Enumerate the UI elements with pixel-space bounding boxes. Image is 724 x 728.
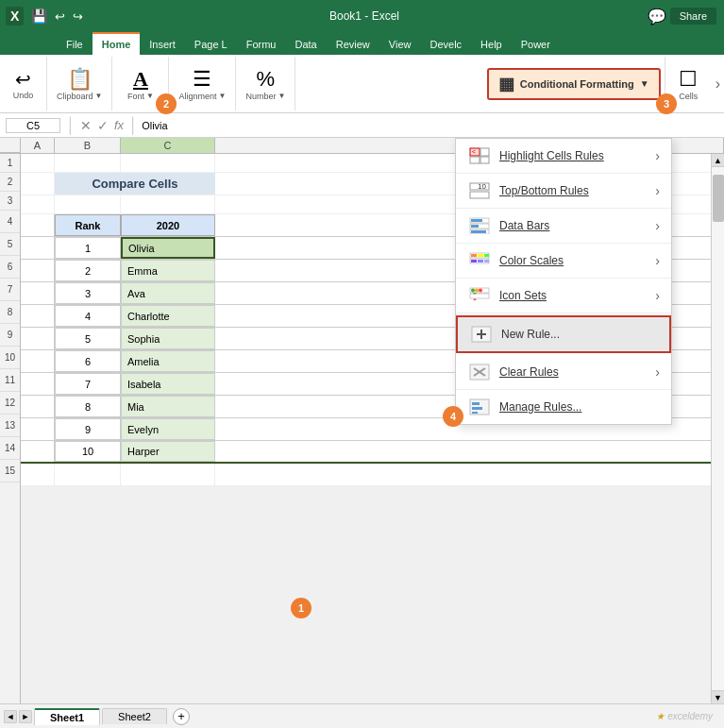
cell-rest14[interactable] [215, 441, 711, 462]
row-num-11[interactable]: 11 [0, 369, 20, 392]
tab-pagelayout[interactable]: Page L [185, 34, 237, 55]
menu-item-top-bottom[interactable]: 10 Top/Bottom Rules › [456, 174, 671, 209]
row-num-5[interactable]: 5 [0, 233, 20, 256]
row-num-8[interactable]: 8 [0, 301, 20, 324]
cell-b4-rank[interactable]: Rank [55, 214, 121, 236]
row-num-2[interactable]: 2 [0, 173, 20, 192]
scroll-down-btn[interactable]: ▼ [712, 690, 724, 703]
row-num-1[interactable]: 1 [0, 154, 20, 173]
alignment-button[interactable]: ☰ Alignment ▼ [175, 59, 229, 109]
cell-reference-box[interactable]: C5 [6, 118, 60, 133]
cell-a14[interactable] [21, 441, 55, 462]
cell-a8[interactable] [21, 305, 55, 327]
sheet-tab-sheet2[interactable]: Sheet2 [102, 708, 167, 724]
formula-fx-icon[interactable]: fx [111, 118, 126, 132]
row-num-13[interactable]: 13 [0, 415, 20, 437]
cell-b12[interactable]: 8 [55, 396, 121, 417]
tab-help[interactable]: Help [471, 34, 512, 55]
cell-b7[interactable]: 3 [55, 282, 121, 304]
scroll-thumb[interactable] [713, 175, 724, 222]
row-num-3[interactable]: 3 [0, 192, 20, 211]
tab-review[interactable]: Review [327, 34, 379, 55]
cell-a3[interactable] [21, 195, 55, 213]
row-num-14[interactable]: 14 [0, 437, 20, 460]
quick-undo[interactable]: ↩ [55, 9, 65, 24]
sheet-nav-left[interactable]: ◄ [4, 710, 17, 723]
tab-file[interactable]: File [57, 34, 93, 55]
tab-power[interactable]: Power [512, 34, 560, 55]
cell-a4[interactable] [21, 214, 55, 236]
add-sheet-btn[interactable]: + [173, 708, 190, 725]
cell-a10[interactable] [21, 350, 55, 372]
share-btn[interactable]: Share [670, 8, 716, 25]
cell-c14-harper[interactable]: Harper [121, 441, 215, 462]
cell-b15[interactable] [55, 464, 121, 485]
cell-c1[interactable] [121, 154, 215, 172]
chat-btn[interactable]: 💬 [648, 8, 666, 25]
menu-item-clear-rules[interactable]: Clear Rules › [456, 355, 671, 390]
undo-button[interactable]: ↩ Undo [9, 59, 38, 109]
row-num-10[interactable]: 10 [0, 347, 20, 369]
menu-item-new-rule[interactable]: New Rule... [456, 315, 671, 353]
cell-c11-isabela[interactable]: Isabela [121, 373, 215, 395]
cell-b13[interactable]: 9 [55, 418, 121, 440]
sheet-tab-sheet1[interactable]: Sheet1 [34, 708, 100, 725]
formula-input[interactable] [140, 118, 718, 133]
cell-b14[interactable]: 10 [55, 441, 121, 462]
quick-save[interactable]: 💾 [31, 8, 47, 24]
row-num-15[interactable]: 15 [0, 460, 20, 483]
cell-rest15[interactable] [215, 464, 711, 485]
cell-a5[interactable] [21, 237, 55, 259]
cell-b11[interactable]: 7 [55, 373, 121, 395]
row-num-7[interactable]: 7 [0, 279, 20, 301]
menu-item-color-scales[interactable]: Color Scales › [456, 244, 671, 279]
font-button[interactable]: A Font ▼ [124, 59, 158, 109]
cell-b5[interactable]: 1 [55, 237, 121, 259]
row-num-6[interactable]: 6 [0, 256, 20, 279]
scroll-up-btn[interactable]: ▲ [712, 154, 724, 167]
cell-a12[interactable] [21, 396, 55, 417]
clipboard-button[interactable]: 📋 Clipboard ▼ [53, 59, 106, 109]
cell-a11[interactable] [21, 373, 55, 395]
cell-c4-2020[interactable]: 2020 [121, 214, 215, 236]
vertical-scrollbar[interactable]: ▲ ▼ [711, 154, 724, 703]
cell-b10[interactable]: 6 [55, 350, 121, 372]
cell-c10-amelia[interactable]: Amelia [121, 350, 215, 372]
row-num-12[interactable]: 12 [0, 392, 20, 415]
sheet-nav-right[interactable]: ► [19, 710, 32, 723]
cell-c9-sophia[interactable]: Sophia [121, 328, 215, 349]
cell-c5-olivia[interactable]: Olivia [121, 237, 215, 259]
cell-c7-ava[interactable]: Ava [121, 282, 215, 304]
cell-a2[interactable] [21, 173, 55, 195]
row-num-9[interactable]: 9 [0, 324, 20, 347]
menu-item-highlight-cells[interactable]: < Highlight Cells Rules › [456, 139, 671, 174]
cell-b2[interactable]: Compare Cells [55, 173, 215, 195]
cell-a6[interactable] [21, 260, 55, 281]
formula-cancel-icon[interactable]: ✕ [77, 118, 94, 133]
cell-c12-mia[interactable]: Mia [121, 396, 215, 417]
cell-b3[interactable] [55, 195, 121, 213]
number-button[interactable]: % Number ▼ [242, 59, 289, 109]
menu-item-manage-rules[interactable]: Manage Rules... [456, 390, 671, 424]
menu-item-data-bars[interactable]: Data Bars › [456, 209, 671, 244]
conditional-formatting-button[interactable]: ▦ Conditional Formatting ▼ [487, 68, 661, 100]
cell-c3[interactable] [121, 195, 215, 213]
ribbon-more-btn[interactable]: › [712, 57, 724, 110]
tab-data[interactable]: Data [285, 34, 326, 55]
cell-c8-charlotte[interactable]: Charlotte [121, 305, 215, 327]
cell-b8[interactable]: 4 [55, 305, 121, 327]
cell-b1[interactable] [55, 154, 121, 172]
tab-develc[interactable]: Develc [420, 34, 471, 55]
tab-home[interactable]: Home [93, 32, 141, 55]
row-num-4[interactable]: 4 [0, 211, 20, 233]
cell-a7[interactable] [21, 282, 55, 304]
cell-b9[interactable]: 5 [55, 328, 121, 349]
cell-a13[interactable] [21, 418, 55, 440]
cell-c6-emma[interactable]: Emma [121, 260, 215, 281]
tab-formulas[interactable]: Formu [237, 34, 286, 55]
col-header-c[interactable]: C [121, 138, 215, 153]
tab-view[interactable]: View [379, 34, 421, 55]
col-header-b[interactable]: B [55, 138, 121, 153]
cell-a15[interactable] [21, 464, 55, 485]
cell-c15[interactable] [121, 464, 215, 485]
